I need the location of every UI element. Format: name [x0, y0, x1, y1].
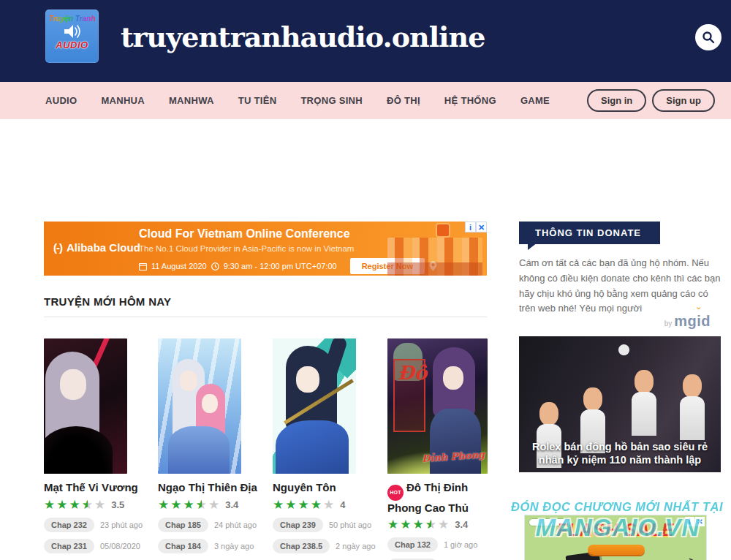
mgid-by-label: by: [664, 319, 673, 328]
donate-header-tail: [528, 243, 537, 250]
site-logo[interactable]: Truyện Tranh AUDIO: [45, 10, 99, 63]
nav-items: AUDIOMANHUAMANHWATU TIÊNTRỌNG SINHĐÔ THỊ…: [45, 95, 550, 106]
chapter-time: 2 ngày ago: [336, 542, 375, 550]
chapter-list: Chap 18524 phút agoChap 1843 ngày ago: [158, 518, 258, 553]
chapter-row: Chap 18524 phút ago: [158, 518, 258, 532]
nav-item-hệ-thống[interactable]: HỆ THỐNG: [444, 95, 496, 106]
chapter-time: 50 phút ago: [329, 521, 371, 529]
city-skyline-graphic: [387, 238, 482, 276]
star-icon: ★: [170, 499, 181, 511]
nav-item-trọng-sinh[interactable]: TRỌNG SINH: [300, 95, 363, 106]
chapter-row: Chap 23223 phút ago: [44, 518, 144, 532]
chapter-list: Chap 23950 phút agoChap 238.52 ngày ago: [273, 518, 373, 553]
rolex-native-ad[interactable]: Rolex bán đồng hồ bản sao siêu rẻ nhân k…: [519, 336, 721, 472]
star-icon: ★: [44, 499, 55, 511]
donate-message: Cám ơn tất cả các bạn đã ủng hộ nhóm. Nế…: [519, 256, 722, 317]
chapter-chip[interactable]: Chap 238.5: [273, 539, 330, 553]
chapter-chip[interactable]: Chap 231: [44, 539, 94, 553]
adchoices-close-icon[interactable]: ✕: [695, 517, 705, 526]
star-icon: ★: [438, 518, 449, 531]
rating-value: 3.5: [111, 499, 124, 510]
watermark-text: ĐÓN ĐỌC CHƯƠNG MỚI NHẤT TẠI: [510, 500, 724, 514]
native-ad-caption[interactable]: Rolex bán đồng hồ bản sao siêu rẻ nhân k…: [523, 440, 716, 466]
site-title[interactable]: truyentranhaudio.online: [121, 20, 485, 53]
page: Truyện Tranh AUDIO truyentranhaudio.onli…: [0, 0, 731, 560]
star-icon: ★: [69, 499, 80, 511]
adchoices-close-icon[interactable]: ✕: [476, 222, 487, 232]
manga-cover[interactable]: [44, 338, 127, 474]
chapter-row: Chap 238.52 ngày ago: [273, 539, 373, 553]
chapter-time: 1 giờ ago: [444, 540, 477, 549]
manga-title[interactable]: HOTĐô Thị Đỉnh Phong Cao Thủ: [387, 480, 488, 515]
speaker-icon: [63, 23, 82, 39]
manga-title[interactable]: Mạt Thế Vi Vương: [44, 480, 144, 495]
cover-art-shape: [180, 371, 197, 391]
manga-card: ĐôĐỉnh Phong HOTĐô Thị Đỉnh Phong Cao Th…: [387, 338, 488, 560]
logo-text-audio: AUDIO: [45, 39, 99, 50]
ad-flag-graphic: [437, 224, 449, 236]
chapter-time: 24 phút ago: [214, 521, 257, 529]
calendar-icon: [139, 262, 147, 270]
ad-title: Cloud For Vietnam Online Conference: [139, 227, 350, 241]
nav-item-đô-thị[interactable]: ĐÔ THỊ: [387, 95, 420, 106]
auth-buttons: Sign in Sign up: [587, 89, 715, 112]
manga-title[interactable]: Nguyên Tôn: [273, 480, 373, 495]
sign-in-button[interactable]: Sign in: [587, 89, 646, 112]
chapter-chip[interactable]: Chap 132: [387, 537, 438, 552]
cover-art-shape: [60, 369, 86, 400]
rating-stars: ★★★★★4: [273, 499, 373, 511]
section-title-new-today: TRUYỆN MỚI HÔM NAY: [44, 295, 171, 308]
nav-item-game[interactable]: GAME: [520, 95, 550, 106]
star-icon: ★: [158, 499, 169, 511]
adchoices-info-icon[interactable]: i: [685, 517, 694, 526]
star-icon: ★: [183, 499, 194, 511]
adchoices-controls: i ✕: [685, 517, 705, 526]
star-icon: ★: [387, 518, 398, 531]
manga-cover[interactable]: ĐôĐỉnh Phong: [387, 338, 488, 474]
rating-value: 3.4: [225, 499, 238, 510]
star-icon: ★: [298, 499, 309, 511]
donate-header: THÔNG TIN DONATE: [519, 222, 660, 244]
adchoices-controls: i ✕: [465, 222, 487, 232]
chapter-chip[interactable]: Chap 185: [158, 518, 208, 532]
section-divider: [44, 317, 487, 317]
chapter-chip[interactable]: Chap 232: [44, 518, 94, 532]
nav-item-audio[interactable]: AUDIO: [45, 95, 77, 106]
nav-item-manhua[interactable]: MANHUA: [101, 95, 145, 106]
header: Truyện Tranh AUDIO truyentranhaudio.onli…: [0, 0, 731, 82]
sign-up-button[interactable]: Sign up: [652, 89, 715, 112]
manga-cover[interactable]: [273, 338, 356, 474]
rating-value: 4: [340, 499, 345, 510]
mgid-attribution[interactable]: bymgid: [519, 313, 711, 330]
rating-stars: ★★★★★3.5: [44, 499, 144, 511]
ad-date: 11 August 2020: [151, 262, 207, 270]
cover-art-shape: [296, 366, 319, 393]
search-button[interactable]: [695, 24, 721, 50]
cover-art-shape: [202, 394, 218, 413]
star-icon: ★: [94, 499, 105, 511]
star-icon: ★: [311, 499, 322, 511]
cover-art-shape: [443, 366, 463, 390]
chapter-time: 05/08/2020: [100, 542, 140, 550]
manga-card: Mạt Thế Vi Vương ★★★★★3.5 Chap 23223 phú…: [44, 338, 144, 553]
ad-button-graphic: [588, 545, 645, 555]
nav-item-tu-tiên[interactable]: TU TIÊN: [238, 95, 277, 106]
rating-stars: ★★★★★3.4: [158, 499, 258, 511]
star-icon: ★: [285, 499, 296, 511]
star-icon: ★: [196, 499, 207, 511]
cover-art-shape: [430, 409, 481, 474]
adchoices-info-icon[interactable]: i: [465, 222, 476, 232]
flash-sale-ad[interactable]: FLASH SALE i ✕: [525, 515, 706, 560]
main-nav: AUDIOMANHUAMANHWATU TIÊNTRỌNG SINHĐÔ THỊ…: [0, 82, 731, 119]
manga-card: Ngạo Thị Thiên Địa ★★★★★3.4 Chap 18524 p…: [158, 338, 258, 553]
chapter-chip[interactable]: Chap 184: [158, 539, 208, 553]
rating-stars: ★★★★★3.4: [387, 518, 488, 531]
chapter-chip[interactable]: Chap 239: [273, 518, 323, 532]
nav-item-manhwa[interactable]: MANHWA: [169, 95, 214, 106]
cover-art-shape: Đô: [398, 365, 427, 382]
logo-text-truyen-tranh: Truyện Tranh: [45, 15, 99, 23]
manga-title[interactable]: Ngạo Thị Thiên Địa: [158, 480, 258, 495]
star-icon: ★: [425, 518, 436, 531]
alibaba-ad-banner[interactable]: (-) Alibaba Cloud Cloud For Vietnam Onli…: [44, 222, 487, 276]
manga-cover[interactable]: [158, 338, 241, 474]
